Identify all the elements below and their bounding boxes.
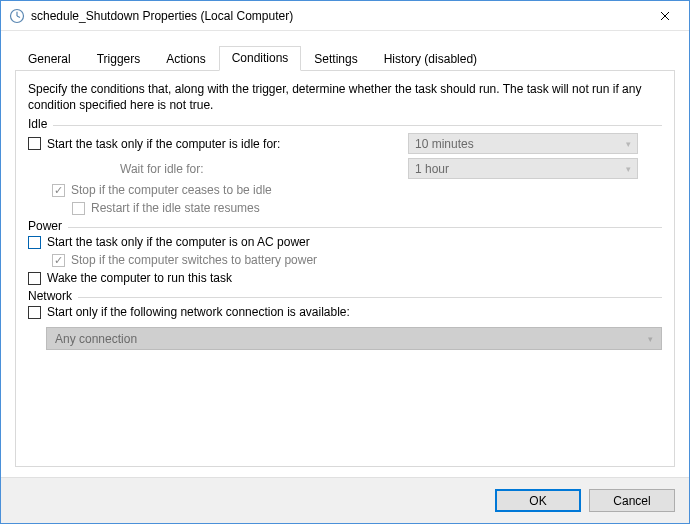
combo-network-connection: Any connection ▾ xyxy=(46,327,662,350)
dialog-window: schedule_Shutdown Properties (Local Comp… xyxy=(0,0,690,524)
label-start-if-network: Start only if the following network conn… xyxy=(47,305,350,319)
checkbox-start-on-ac[interactable] xyxy=(28,236,41,249)
label-restart-idle-resumes: Restart if the idle state resumes xyxy=(91,201,260,215)
combo-wait-for-idle: 1 hour ▾ xyxy=(408,158,638,179)
group-power-title: Power xyxy=(28,219,68,233)
tab-actions[interactable]: Actions xyxy=(153,47,218,71)
check-icon: ✓ xyxy=(54,255,63,266)
tabpage-conditions: Specify the conditions that, along with … xyxy=(15,70,675,467)
chevron-down-icon: ▾ xyxy=(648,334,653,344)
client-area: General Triggers Actions Conditions Sett… xyxy=(1,31,689,477)
tab-conditions[interactable]: Conditions xyxy=(219,46,302,71)
checkbox-start-idle[interactable] xyxy=(28,137,41,150)
checkbox-stop-on-battery: ✓ xyxy=(52,254,65,267)
tab-general[interactable]: General xyxy=(15,47,84,71)
combo-network-connection-value: Any connection xyxy=(55,332,137,346)
titlebar: schedule_Shutdown Properties (Local Comp… xyxy=(1,1,689,31)
label-stop-on-battery: Stop if the computer switches to battery… xyxy=(71,253,317,267)
divider xyxy=(78,297,662,298)
combo-idle-duration-value: 10 minutes xyxy=(415,137,474,151)
intro-text: Specify the conditions that, along with … xyxy=(28,81,662,113)
label-start-on-ac: Start the task only if the computer is o… xyxy=(47,235,310,249)
chevron-down-icon: ▾ xyxy=(626,139,631,149)
window-title: schedule_Shutdown Properties (Local Comp… xyxy=(31,9,642,23)
close-button[interactable] xyxy=(642,1,687,30)
checkbox-wake-computer[interactable] xyxy=(28,272,41,285)
combo-wait-for-idle-value: 1 hour xyxy=(415,162,449,176)
group-idle-header: Idle xyxy=(28,117,662,131)
label-wait-for-idle: Wait for idle for: xyxy=(120,162,204,176)
divider xyxy=(68,227,662,228)
tab-history[interactable]: History (disabled) xyxy=(371,47,490,71)
checkbox-restart-idle-resumes xyxy=(72,202,85,215)
label-stop-if-cease-idle: Stop if the computer ceases to be idle xyxy=(71,183,272,197)
divider xyxy=(53,125,662,126)
chevron-down-icon: ▾ xyxy=(626,164,631,174)
ok-button[interactable]: OK xyxy=(495,489,581,512)
dialog-footer: OK Cancel xyxy=(1,477,689,523)
checkbox-start-if-network[interactable] xyxy=(28,306,41,319)
combo-idle-duration: 10 minutes ▾ xyxy=(408,133,638,154)
task-scheduler-icon xyxy=(9,8,25,24)
tab-triggers[interactable]: Triggers xyxy=(84,47,154,71)
label-start-idle: Start the task only if the computer is i… xyxy=(47,137,280,151)
label-wake-computer: Wake the computer to run this task xyxy=(47,271,232,285)
cancel-button[interactable]: Cancel xyxy=(589,489,675,512)
group-network-title: Network xyxy=(28,289,78,303)
group-network-header: Network xyxy=(28,289,662,303)
group-idle-title: Idle xyxy=(28,117,53,131)
tab-settings[interactable]: Settings xyxy=(301,47,370,71)
tabstrip: General Triggers Actions Conditions Sett… xyxy=(15,45,675,70)
check-icon: ✓ xyxy=(54,185,63,196)
group-power-header: Power xyxy=(28,219,662,233)
checkbox-stop-if-cease-idle: ✓ xyxy=(52,184,65,197)
